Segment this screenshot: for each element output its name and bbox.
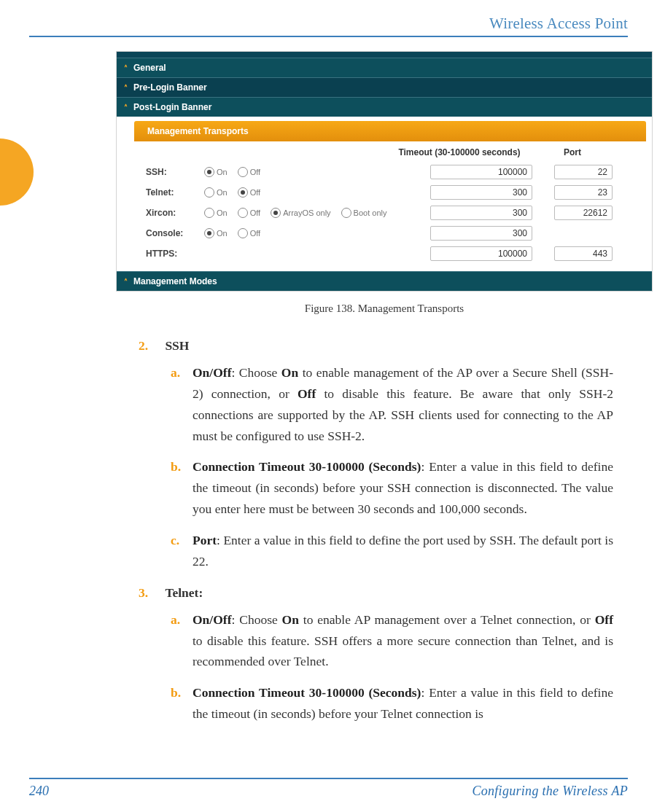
sub-letter: a.	[171, 362, 193, 383]
row-label: HTTPS:	[146, 249, 204, 259]
sub-letter: a.	[171, 609, 193, 631]
row-label: Console:	[146, 228, 204, 238]
sub-letter: b.	[171, 456, 193, 477]
radio-dot-icon	[238, 208, 248, 218]
radio-label: On	[217, 208, 228, 217]
accordion-post-login[interactable]: ˄ Post-Login Banner	[117, 97, 652, 117]
accordion-pre-login[interactable]: ˄ Pre-Login Banner	[117, 77, 652, 97]
accordion-general[interactable]: ˄ General	[117, 58, 652, 77]
list-number: 2.	[139, 335, 162, 356]
row-options: OnOff	[204, 228, 386, 238]
table-row: Telnet:OnOff	[146, 182, 639, 203]
radio-arrayos[interactable]: ArrayOS only	[271, 208, 330, 218]
accordion-label: Management Modes	[133, 276, 217, 286]
radio-dot-icon	[271, 208, 281, 218]
radio-label: Boot only	[354, 208, 387, 217]
transports-table: Timeout (30-100000 seconds) Port SSH:OnO…	[117, 141, 652, 271]
table-row: Xircon:OnOffArrayOS onlyBoot only	[146, 203, 639, 223]
accordion-label: Pre-Login Banner	[133, 82, 207, 93]
row-label: SSH:	[146, 167, 204, 177]
radio-dot-icon	[238, 187, 248, 198]
radio-label: ArrayOS only	[283, 208, 330, 217]
table-row: HTTPS:	[146, 243, 639, 264]
chevron-up-icon: ˄	[124, 84, 128, 92]
header-title: Wireless Access Point	[29, 15, 628, 33]
timeout-input[interactable]	[430, 206, 532, 220]
footer: 240 Configuring the Wireless AP	[29, 778, 628, 799]
sub-body: On/Off: Choose On to enable management o…	[193, 362, 613, 447]
radio-boot[interactable]: Boot only	[341, 208, 387, 218]
radio-on[interactable]: On	[204, 208, 228, 218]
port-input[interactable]	[554, 165, 613, 179]
port-input[interactable]	[554, 246, 613, 261]
header-rule	[29, 36, 628, 37]
radio-off[interactable]: Off	[238, 208, 260, 218]
col-port: Port	[532, 147, 613, 157]
radio-dot-icon	[238, 167, 248, 177]
side-tab-decoration	[0, 138, 34, 206]
row-options: OnOff	[204, 187, 386, 198]
radio-off[interactable]: Off	[238, 167, 260, 177]
chevron-up-icon: ˄	[124, 104, 128, 112]
radio-off[interactable]: Off	[238, 187, 260, 198]
panel-topbar	[117, 52, 652, 58]
sub-body: On/Off: Choose On to enable AP managemen…	[193, 609, 613, 673]
col-timeout: Timeout (30-100000 seconds)	[386, 147, 532, 157]
radio-dot-icon	[204, 167, 214, 177]
port-input[interactable]	[554, 206, 613, 220]
radio-dot-icon	[238, 228, 248, 238]
sub-body: Connection Timeout 30-100000 (Seconds): …	[193, 682, 613, 725]
sub-body: Connection Timeout 30-100000 (Seconds): …	[193, 456, 613, 520]
radio-label: Off	[250, 208, 260, 217]
row-options: OnOffArrayOS onlyBoot only	[204, 208, 386, 218]
table-row: Console:OnOff	[146, 223, 639, 243]
radio-dot-icon	[204, 208, 214, 218]
timeout-input[interactable]	[430, 185, 532, 200]
timeout-input[interactable]	[430, 165, 532, 179]
accordion-management-modes[interactable]: ˄ Management Modes	[117, 271, 652, 291]
sub-body: Port: Enter a value in this field to def…	[193, 530, 613, 572]
radio-off[interactable]: Off	[238, 228, 260, 238]
radio-dot-icon	[204, 228, 214, 238]
row-label: Telnet:	[146, 187, 204, 198]
footer-rule	[29, 778, 628, 779]
list-title: Telnet:	[165, 585, 203, 600]
radio-on[interactable]: On	[204, 187, 228, 198]
radio-label: On	[217, 229, 228, 238]
radio-label: On	[217, 188, 228, 197]
radio-label: Off	[250, 229, 260, 238]
sub-letter: c.	[171, 530, 193, 551]
accordion-label: General	[133, 63, 166, 73]
screenshot-panel: ˄ General ˄ Pre-Login Banner ˄ Post-Logi…	[117, 52, 652, 291]
chevron-up-icon: ˄	[124, 278, 128, 286]
figure-caption: Figure 138. Management Transports	[117, 302, 652, 315]
timeout-input[interactable]	[430, 226, 532, 241]
radio-on[interactable]: On	[204, 167, 228, 177]
radio-label: Off	[250, 188, 260, 197]
table-row: SSH:OnOff	[146, 162, 639, 182]
radio-label: On	[217, 168, 228, 176]
timeout-input[interactable]	[430, 246, 532, 261]
body-text: 2. SSH a. On/Off: Choose On to enable ma…	[139, 335, 613, 725]
page-number: 240	[29, 784, 49, 799]
accordion-label: Post-Login Banner	[133, 102, 211, 112]
row-label: Xircon:	[146, 208, 204, 218]
section-header: Management Transports	[134, 121, 646, 141]
radio-label: Off	[250, 168, 260, 176]
list-title: SSH	[165, 338, 189, 353]
radio-dot-icon	[341, 208, 351, 218]
radio-on[interactable]: On	[204, 228, 228, 238]
port-input[interactable]	[554, 185, 613, 200]
chapter-title: Configuring the Wireless AP	[472, 784, 628, 799]
radio-dot-icon	[204, 187, 214, 198]
chevron-up-icon: ˄	[124, 64, 128, 72]
sub-letter: b.	[171, 682, 193, 703]
row-options: OnOff	[204, 167, 386, 177]
list-number: 3.	[139, 582, 162, 604]
